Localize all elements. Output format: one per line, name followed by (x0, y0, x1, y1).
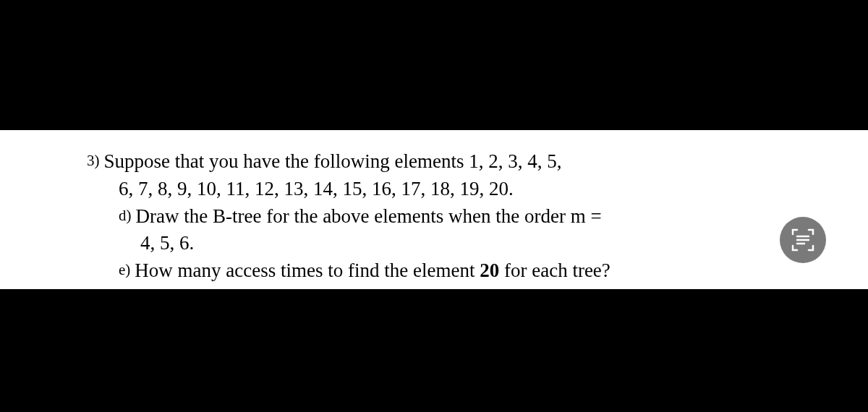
question-number: 3) (87, 150, 100, 178)
question-intro-line2: 6, 7, 8, 9, 10, 11, 12, 13, 14, 15, 16, … (119, 176, 774, 203)
sub-text-e: How many access times to find the elemen… (135, 257, 774, 285)
sub-marker-e: e) (119, 259, 130, 287)
sub-text-e-prefix: How many access times to find the elemen… (135, 259, 480, 281)
sub-text-e-suffix: for each tree? (499, 259, 610, 281)
question-intro-line1: 3) Suppose that you have the following e… (87, 148, 774, 176)
sub-question-e: e) How many access times to find the ele… (119, 257, 774, 285)
sub-text-d-line2: 4, 5, 6. (140, 230, 774, 257)
document-content: 3) Suppose that you have the following e… (0, 130, 868, 289)
scan-button[interactable] (780, 217, 826, 263)
sub-marker-d: d) (119, 205, 132, 233)
question-block: 3) Suppose that you have the following e… (87, 148, 774, 285)
sub-text-e-bold: 20 (480, 259, 499, 281)
scan-icon (790, 227, 816, 253)
question-intro-text: Suppose that you have the following elem… (104, 148, 775, 176)
sub-question-d: d) Draw the B-tree for the above element… (119, 203, 774, 231)
sub-text-d-line1: Draw the B-tree for the above elements w… (136, 203, 775, 231)
